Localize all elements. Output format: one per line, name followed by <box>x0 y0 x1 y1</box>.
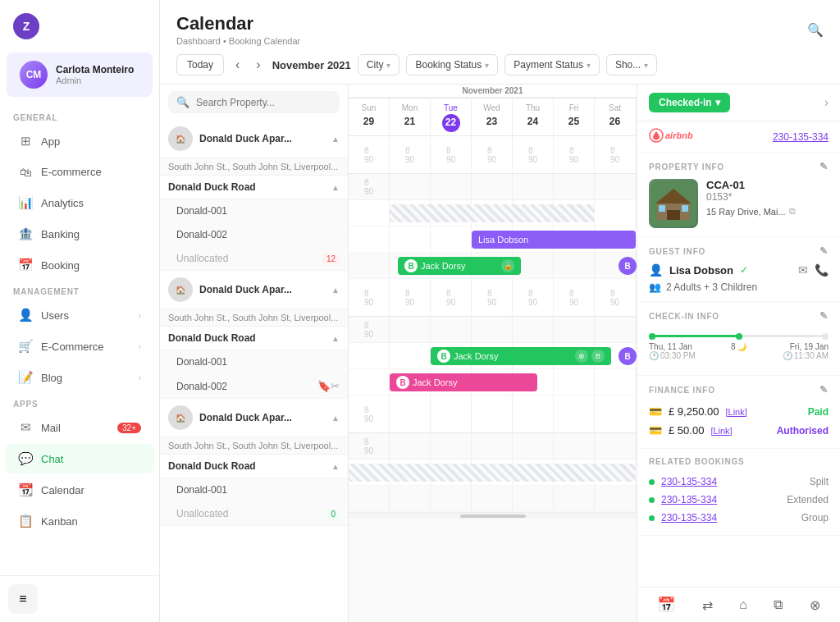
property-group-header[interactable]: 🏠 Donald Duck Apar... ▲ <box>160 271 348 309</box>
next-button[interactable]: › <box>251 56 265 74</box>
guest-detail-row: 👥 2 Adults + 3 Children <box>649 281 829 293</box>
chevron-right-icon: › <box>139 373 141 382</box>
copy-action-button[interactable]: ⧉ <box>774 597 783 612</box>
chevron-right-icon: › <box>139 311 141 320</box>
road-name: Donald Duck Road <box>168 332 331 344</box>
panel-close-button[interactable]: › <box>824 95 829 110</box>
booking-status-filter[interactable]: Booking Status ▾ <box>406 54 498 75</box>
property-list: 🔍 🏠 Donald Duck Apar... ▲ South John St.… <box>160 85 349 622</box>
management-section-title: MANAGEMENT <box>0 281 159 300</box>
calendar-action-button[interactable]: 📅 <box>657 596 675 614</box>
close-action-button[interactable]: ⊗ <box>810 597 820 613</box>
day-col-fri: Fri 25 <box>554 98 595 135</box>
property-avatar: 🏠 <box>168 126 193 151</box>
sidebar-bottom: ≡ <box>0 575 159 622</box>
property-group-header[interactable]: 🏠 Donald Duck Apar... ▲ <box>160 120 348 158</box>
sidebar-item-banking[interactable]: 🏦 Banking <box>5 219 154 249</box>
arrows-action-icon: ⇄ <box>702 597 713 613</box>
show-filter[interactable]: Sho... ▾ <box>606 54 657 75</box>
sidebar-item-calendar[interactable]: 📆 Calendar <box>5 475 154 505</box>
sub-property[interactable]: Donald-002 <box>160 223 348 247</box>
related-id-1[interactable]: 230-135-334 <box>661 476 717 487</box>
road-header[interactable]: Donald Duck Road ▲ <box>160 327 348 350</box>
sidebar-item-users[interactable]: 👤 Users › <box>5 300 154 330</box>
edit-icon[interactable]: ✎ <box>819 245 829 257</box>
progress-dot-end <box>822 333 829 340</box>
booking-bar-lisa-dobson[interactable]: Lisa Dobson <box>472 231 636 249</box>
related-dot <box>649 479 655 485</box>
checkin-label: Thu, 11 Jan 🕐 03:30 PM <box>649 342 696 360</box>
sidebar-item-app[interactable]: ⊞ App <box>5 126 154 156</box>
sidebar-item-label: Kanban <box>41 515 78 528</box>
month-header: November 2021 <box>349 85 637 98</box>
home-action-button[interactable]: ⌂ <box>739 597 747 612</box>
property-avatar: 🏠 <box>168 405 193 430</box>
road-header[interactable]: Donald Duck Road ▲ <box>160 455 348 478</box>
home-action-icon: ⌂ <box>739 597 747 612</box>
calendar-action-icon: 📅 <box>657 596 675 614</box>
progress-line <box>649 335 829 337</box>
email-button[interactable]: ✉ <box>798 263 808 277</box>
calendar-row-header: 890 890 890 890 890 890 890 890 <box>349 136 637 174</box>
payment-status-filter[interactable]: Payment Status ▾ <box>504 54 600 75</box>
related-id-3[interactable]: 230-135-334 <box>661 512 717 524</box>
arrows-action-button[interactable]: ⇄ <box>702 597 713 613</box>
finance-link-2[interactable]: [Link] <box>710 426 732 436</box>
sidebar-item-booking[interactable]: 📅 Booking <box>5 250 154 280</box>
finance-link-1[interactable]: [Link] <box>725 407 746 417</box>
user-profile[interactable]: CM Carlota Monteiro Admin <box>7 53 153 97</box>
sub-property[interactable]: Donald-001 <box>160 350 348 374</box>
property-info-row: CCA-01 0153* 15 Ray Drive, Mai... ⧉ <box>649 179 829 228</box>
calendar-row: B Jack Dorsy <box>349 369 637 396</box>
edit-icon[interactable]: ✎ <box>819 310 829 322</box>
related-id-2[interactable]: 230-135-334 <box>661 494 717 505</box>
prev-button[interactable]: ‹ <box>231 56 244 74</box>
booking-bar-stripe[interactable] <box>390 204 595 222</box>
property-info-title: PROPERTY INFO ✎ <box>649 161 829 172</box>
sidebar-item-chat[interactable]: 💬 Chat <box>5 444 154 473</box>
road-name: Donald Duck Road <box>168 460 331 472</box>
city-filter[interactable]: City ▾ <box>358 54 400 75</box>
property-avatar: 🏠 <box>168 277 193 302</box>
verified-icon: ✓ <box>740 264 748 276</box>
sidebar-item-analytics[interactable]: 📊 Analytics <box>5 188 154 217</box>
copy-icon[interactable]: ⧉ <box>789 206 796 217</box>
sidebar-item-ecommerce2[interactable]: 🛒 E-Commerce › <box>5 332 154 361</box>
breadcrumb-home[interactable]: Dashboard <box>176 36 221 46</box>
booking-dot-purple[interactable]: B <box>619 257 637 275</box>
edit-icon[interactable]: ✎ <box>819 161 829 172</box>
sidebar-item-ecommerce[interactable]: 🛍 E-commerce <box>5 158 154 186</box>
finance-info-section: FINANCE INFO ✎ 💳 £ 9,250.00 [Link] Paid … <box>637 376 840 449</box>
ecommerce2-icon: 🛒 <box>18 339 33 354</box>
finance-row-2: 💳 £ 50.00 [Link] Authorised <box>649 421 829 440</box>
road-header[interactable]: Donald Duck Road ▲ <box>160 176 348 199</box>
credit-card-icon: 💳 <box>649 424 662 437</box>
booking-id-link[interactable]: 230-135-334 <box>773 131 829 143</box>
sub-property[interactable]: Donald-001 <box>160 478 348 502</box>
booking-dot-purple2[interactable]: B <box>619 347 637 365</box>
property-group-header[interactable]: 🏠 Donald Duck Apar... ▲ <box>160 399 348 437</box>
sub-property[interactable]: Donald-001 <box>160 199 348 223</box>
checkin-info-section: CHECK-IN INFO ✎ Thu, 11 Jan 🕐 03:30 PM <box>637 302 840 376</box>
search-input[interactable] <box>196 97 331 108</box>
today-button[interactable]: Today <box>176 54 224 75</box>
unallocated-row: Unallocated 12 <box>160 247 348 271</box>
sidebar-item-mail[interactable]: ✉ Mail 32+ <box>5 413 154 442</box>
phone-button[interactable]: 📞 <box>815 263 829 277</box>
booking-bar-jack-dorsy[interactable]: B Jack Dorsy 🔒 <box>398 257 521 275</box>
calendar-row-road3: 890 <box>349 433 637 460</box>
property-address-row: 15 Ray Drive, Mai... ⧉ <box>706 206 829 217</box>
sub-property[interactable]: Donald-002 🔖✂ <box>160 374 348 399</box>
bottom-icon[interactable]: ≡ <box>8 584 38 614</box>
checked-in-button[interactable]: Checked-in ▾ <box>649 93 730 112</box>
scrollbar-area[interactable] <box>349 512 637 519</box>
close-action-icon: ⊗ <box>810 597 820 613</box>
booking-bar-stripe3[interactable] <box>349 464 636 482</box>
calendar-cells-address: 890 890 890 890 890 890 890 890 <box>349 136 637 174</box>
booking-bar-jack-dorsy-pink[interactable]: B Jack Dorsy <box>390 373 537 391</box>
edit-icon[interactable]: ✎ <box>819 384 829 396</box>
sidebar-item-blog[interactable]: 📝 Blog › <box>5 363 154 392</box>
booking-bar-jack-dorsy2[interactable]: B Jack Dorsy ⊗ B <box>431 347 611 365</box>
sidebar-item-kanban[interactable]: 📋 Kanban <box>5 506 154 536</box>
scrollbar-thumb[interactable] <box>460 515 526 518</box>
